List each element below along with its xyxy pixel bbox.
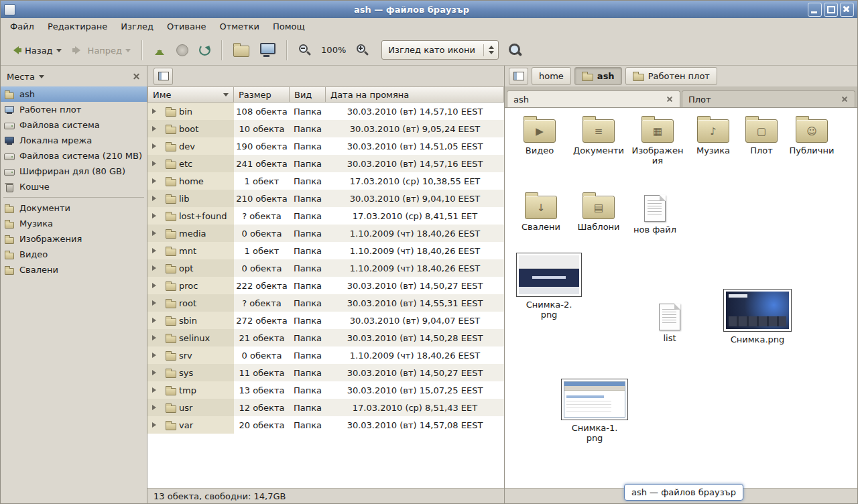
expander-icon[interactable] — [152, 283, 163, 288]
location-toggle-button[interactable] — [154, 68, 173, 85]
table-row[interactable]: sys11 обектаПапка30.03.2010 (вт) 14,50,2… — [147, 364, 504, 381]
icon-music-folder[interactable]: ♪Музика — [687, 113, 739, 155]
menu-view[interactable]: Изглед — [114, 19, 160, 34]
sidebar-item-music[interactable]: Музика — [1, 216, 147, 231]
sidebar-item-ash[interactable]: ash — [1, 86, 147, 102]
search-icon[interactable] — [508, 43, 522, 57]
tab-desktop[interactable]: Плот — [682, 90, 855, 107]
icon-video-folder[interactable]: ▶Видео — [511, 113, 568, 155]
expander-icon[interactable] — [152, 318, 163, 323]
table-row[interactable]: etc241 обектаПапка30.03.2010 (вт) 14,57,… — [147, 155, 504, 172]
icon-list-file[interactable]: list — [650, 298, 690, 343]
icon-desktop-folder[interactable]: ▢Плот — [741, 113, 782, 155]
menu-edit[interactable]: Редактиране — [41, 19, 114, 34]
expander-icon[interactable] — [152, 109, 163, 114]
expander-icon[interactable] — [152, 387, 163, 393]
tab-close-icon[interactable] — [841, 95, 849, 103]
sidebar-item-filesystem-210mb[interactable]: Файлова система (210 MB) — [1, 148, 147, 164]
maximize-button[interactable] — [824, 3, 838, 17]
icon-snimka-png[interactable]: Снимка.png — [721, 289, 794, 344]
expander-icon[interactable] — [152, 335, 163, 340]
sidebar-item-video[interactable]: Видео — [1, 247, 147, 262]
home-button[interactable] — [229, 38, 254, 62]
sidebar-close-icon[interactable] — [131, 72, 141, 81]
menu-bookmarks[interactable]: Отметки — [212, 19, 265, 34]
view-mode-combobox[interactable]: Изглед като икони — [381, 40, 499, 60]
path-button-ash[interactable]: ash — [574, 67, 622, 85]
expander-icon[interactable] — [152, 370, 163, 375]
column-header-size[interactable]: Размер — [234, 86, 290, 103]
table-row[interactable]: selinux21 обектаПапка30.03.2010 (вт) 14,… — [147, 329, 504, 346]
sidebar-dropdown-icon[interactable] — [39, 75, 44, 81]
table-row[interactable]: root? обектаПапка30.03.2010 (вт) 14,55,3… — [147, 294, 504, 312]
expander-icon[interactable] — [152, 196, 163, 201]
menu-file[interactable]: Файл — [3, 19, 41, 34]
table-row[interactable]: boot10 обектаПапка30.03.2010 (вт) 9,05,2… — [147, 120, 504, 137]
column-header-name[interactable]: Име — [147, 86, 234, 103]
expander-icon[interactable] — [152, 300, 163, 306]
expander-icon[interactable] — [152, 126, 163, 131]
icon-documents-folder[interactable]: ≡Документи — [568, 113, 629, 155]
expander-icon[interactable] — [152, 353, 163, 358]
stop-button[interactable] — [172, 40, 193, 61]
expander-icon[interactable] — [152, 231, 163, 236]
expander-icon[interactable] — [152, 265, 163, 271]
column-header-date[interactable]: Дата на промяна — [326, 86, 504, 103]
reload-button[interactable] — [194, 40, 215, 60]
path-button-home[interactable]: home — [532, 67, 571, 85]
tab-ash[interactable]: ash — [507, 90, 680, 107]
table-row[interactable]: opt0 обектаПапка1.10.2009 (чт) 18,40,26 … — [147, 259, 504, 277]
sidebar-item-trash[interactable]: Кошче — [1, 179, 147, 194]
minimize-button[interactable] — [808, 3, 822, 17]
table-row[interactable]: mnt1 обектПапка1.10.2009 (чт) 18,40,26 E… — [147, 242, 504, 259]
table-row[interactable]: sbin272 обектаПапка30.03.2010 (вт) 9,04,… — [147, 312, 504, 329]
table-row[interactable]: lib210 обектаПапка30.03.2010 (вт) 9,04,1… — [147, 190, 504, 207]
menu-help[interactable]: Помощ — [266, 19, 312, 34]
path-button-desktop[interactable]: Работен плот — [625, 67, 717, 85]
column-header-type[interactable]: Вид — [290, 86, 326, 103]
expander-icon[interactable] — [152, 178, 163, 184]
close-button[interactable] — [840, 3, 854, 17]
expander-icon[interactable] — [152, 213, 163, 218]
sidebar-title[interactable]: Места — [7, 71, 35, 82]
expander-icon[interactable] — [152, 161, 163, 166]
icon-downloads-folder[interactable]: ↓Свалени — [513, 190, 569, 232]
icon-view-canvas[interactable]: ▶Видео ≡Документи ▦Изображения ♪Музика ▢… — [505, 108, 857, 488]
table-row[interactable]: lost+found? обектаПапка17.03.2010 (ср) 8… — [147, 207, 504, 225]
table-row[interactable]: usr12 обектаПапка17.03.2010 (ср) 8,51,43… — [147, 399, 504, 416]
icon-public-folder[interactable]: ☺Публични — [784, 113, 840, 155]
sidebar-item-downloads[interactable]: Свалени — [1, 262, 147, 277]
table-row[interactable]: media0 обектаПапка1.10.2009 (чт) 18,40,2… — [147, 225, 504, 242]
icon-images-folder[interactable]: ▦Изображения — [631, 113, 684, 166]
taskbar-window-button[interactable]: ash — файлов браузър — [624, 484, 743, 501]
expander-icon[interactable] — [152, 248, 163, 253]
sidebar-item-images[interactable]: Изображения — [1, 231, 147, 247]
table-row[interactable]: bin108 обектаПапка30.03.2010 (вт) 14,57,… — [147, 103, 504, 120]
icon-new-file[interactable]: нов файл — [629, 190, 680, 235]
back-history-chevron-icon[interactable] — [56, 49, 62, 55]
icon-snimka-1-png[interactable]: Снимка-1.png — [558, 379, 631, 443]
table-row[interactable]: proc222 обектаПапка30.03.2010 (вт) 14,50… — [147, 277, 504, 294]
icon-templates-folder[interactable]: ▤Шаблони — [570, 190, 627, 232]
sidebar-item-filesystem[interactable]: Файлова система — [1, 117, 147, 133]
table-row[interactable]: home1 обектПапка17.03.2010 (ср) 10,38,55… — [147, 172, 504, 190]
table-row[interactable]: srv0 обектаПапка1.10.2009 (чт) 18,40,26 … — [147, 346, 504, 364]
menu-go[interactable]: Отиване — [160, 19, 212, 34]
expander-icon[interactable] — [152, 405, 163, 410]
expander-icon[interactable] — [152, 143, 163, 149]
sidebar-item-encrypted-partition[interactable]: Шифриран дял (80 GB) — [1, 164, 147, 179]
up-button[interactable] — [149, 40, 170, 60]
sidebar-item-documents[interactable]: Документи — [1, 200, 147, 216]
computer-button[interactable] — [255, 38, 280, 62]
icon-snimka-2-png[interactable]: Снимка-2.png — [514, 253, 584, 320]
zoom-out-button[interactable] — [294, 39, 316, 61]
table-row[interactable]: var20 обектаПапка30.03.2010 (вт) 14,57,0… — [147, 416, 504, 434]
table-row[interactable]: tmp13 обектаПапка30.03.2010 (вт) 15,07,2… — [147, 381, 504, 399]
zoom-in-button[interactable] — [351, 39, 373, 61]
sidebar-item-local-network[interactable]: Локална мрежа — [1, 133, 147, 148]
tab-close-icon[interactable] — [666, 95, 674, 103]
forward-button[interactable]: Напред — [68, 40, 135, 60]
expander-icon[interactable] — [152, 422, 163, 428]
table-row[interactable]: dev190 обектаПапка30.03.2010 (вт) 14,51,… — [147, 137, 504, 155]
sidebar-item-desktop[interactable]: Работен плот — [1, 102, 147, 117]
